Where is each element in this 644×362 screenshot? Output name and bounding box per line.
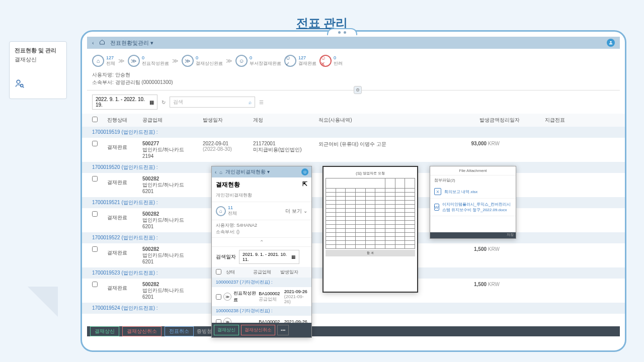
row-checkbox[interactable] xyxy=(92,141,98,146)
col-account: 계정 xyxy=(253,117,318,124)
document-preview[interactable]: (임) 영업자료 요청 합 계 xyxy=(323,166,418,293)
cell-amount: 93,000 KRW xyxy=(449,141,500,146)
popup-user-info: 사용자명: S4HANA2 소속부서: () xyxy=(212,220,311,238)
arrow-icon: ≫ xyxy=(118,57,125,64)
filter-label: 검색일자 xyxy=(216,253,236,260)
user-x-circle-icon: ☺✕ xyxy=(319,55,332,67)
search-icon: ⌕ xyxy=(249,100,252,105)
cell-vendor: 500282 법인카드/하나카드 6201 xyxy=(142,211,203,229)
row-checkbox[interactable] xyxy=(92,282,98,287)
user-avatar-icon[interactable] xyxy=(607,39,615,47)
popup-title: 결재현황 xyxy=(216,180,240,189)
col-cleardate: 정리일자 xyxy=(500,117,545,124)
cell-account: 21172001 미지급비용(법인법인) xyxy=(253,141,318,153)
wf-step-dept[interactable]: ☺ 0부서장결재완료 xyxy=(235,55,281,67)
user-check-circle-icon: ☺✓ xyxy=(284,55,296,67)
row-checkbox[interactable] xyxy=(92,246,98,252)
date-range-input[interactable]: 2022. 9. 1. - 2022. 10. 19. ▦ xyxy=(92,95,157,110)
popup-workflow: ⌂ 11전체 더 보기 ⌄ xyxy=(212,202,311,220)
more-link[interactable]: 더 보기 ⌄ xyxy=(285,208,307,215)
calendar-icon: ▦ xyxy=(149,100,154,105)
breadcrumb-dropdown[interactable]: 전표현황및관리 ▾ xyxy=(110,39,153,47)
filter-bar: 2022. 9. 1. - 2022. 10. 19. ▦ ↻ 검색 ⌕ ☰ xyxy=(82,90,625,114)
popup-date-input[interactable]: 2021. 9. 1. - 2021. 10. 11. ▦ xyxy=(239,250,299,264)
row-checkbox[interactable] xyxy=(92,211,98,217)
home-icon[interactable]: ⌂ xyxy=(219,169,222,175)
search-input[interactable]: 검색 ⌕ xyxy=(170,97,255,108)
wf-step-approved[interactable]: ☺✓ 127결재완료 xyxy=(284,55,316,67)
popup-cancel-button[interactable]: 결재상신취소 xyxy=(241,325,275,335)
popup-table-header: 상태 공급업체 발생일자 xyxy=(212,267,311,278)
cell-status: 결재완료 xyxy=(107,176,142,186)
select-all-checkbox[interactable] xyxy=(92,117,98,122)
forward-circle-icon: ≫ xyxy=(182,55,194,67)
arrow-icon: ≫ xyxy=(226,57,232,64)
settings-icon[interactable]: ⚙ xyxy=(354,86,362,94)
back-icon[interactable]: ‹ xyxy=(92,40,94,46)
doc-footer: 합 계 xyxy=(326,250,415,256)
divider: ⚙ xyxy=(87,90,620,90)
user-dept-label: 소속부서: 경영관리팀 (0000001300) xyxy=(92,78,615,86)
attachment-footer: 저장 xyxy=(430,232,516,238)
popup-breadcrumb[interactable]: 개인경비결재현황 ▾ xyxy=(225,168,270,175)
cell-vendor: 500282 법인카드/하나카드 6201 xyxy=(142,176,203,194)
forward-circle-icon: ≫ xyxy=(223,293,231,301)
approve-button[interactable]: 결재상신 xyxy=(90,326,119,336)
cancel-approve-button[interactable]: 결재상신취소 xyxy=(122,326,162,336)
refresh-icon[interactable]: ↻ xyxy=(162,100,166,105)
cell-status: 결재완료 xyxy=(107,246,142,256)
side-card-title: 전표현황 및 관리 xyxy=(15,47,61,54)
data-row[interactable]: 결재완료 500277 법인카드/하나카드 2194 2022-09-01 (2… xyxy=(82,138,625,162)
popup-more-button[interactable]: ••• xyxy=(277,325,289,335)
home-icon[interactable] xyxy=(99,39,105,46)
cell-status: 결재완료 xyxy=(107,282,142,292)
cell-date: 2022-09-01 (2022-08-30) xyxy=(203,141,253,152)
cell-vendor: 500282 법인카드/하나카드 6201 xyxy=(142,282,203,300)
svg-point-0 xyxy=(17,80,20,83)
toolbar: ‹ 전표현황및관리 ▾ xyxy=(87,37,620,49)
wf-step-draft[interactable]: ≫ 0전표작성완료 xyxy=(128,55,169,67)
cell-vendor: 500277 법인카드/하나카드 2194 xyxy=(142,141,203,159)
popup-subtitle: 개인경비결재현황 xyxy=(212,192,311,202)
voucher-cancel-button[interactable]: 전표취소 xyxy=(165,326,194,336)
attachment-filename: 회의보고 내역.xlsx xyxy=(444,189,477,195)
attachment-item[interactable]: W 이지미인템플러시_루믹스_컨버전리시스템 유지보수비 청구_2022.09.… xyxy=(430,199,516,216)
popup-select-all[interactable] xyxy=(216,269,221,275)
cell-status: 결재완료 xyxy=(107,141,142,151)
popup-row[interactable]: ≫ 전표작성완료 BA100002공급업체 2021-09-26(2021-09… xyxy=(212,287,311,306)
wf-step-all[interactable]: ⌂ 127전체 xyxy=(92,55,115,67)
attachment-title: File Attachment xyxy=(430,166,516,175)
col-memo: 적요(사용내역) xyxy=(318,117,449,124)
popup-col-date: 발생일자 xyxy=(280,269,307,276)
calendar-icon: ▦ xyxy=(291,254,296,259)
user-name-label: 사용자명: 안승현 xyxy=(92,71,615,78)
popup-group[interactable]: 100000237 (기타경비전표) : xyxy=(212,278,311,287)
svg-point-2 xyxy=(610,41,611,43)
popup-approve-button[interactable]: 결재상신 xyxy=(214,325,239,335)
row-checkbox[interactable] xyxy=(92,176,98,182)
doc-preview-table xyxy=(326,178,415,249)
wf-step-rejected[interactable]: ☺✕ 0반려 xyxy=(319,55,343,67)
popup-row-checkbox[interactable] xyxy=(216,294,221,300)
filter-icon[interactable]: ☰ xyxy=(259,100,264,105)
col-status: 진행상태 xyxy=(107,117,142,124)
wf-step-submit[interactable]: ≫ 0결재상신완료 xyxy=(182,55,223,67)
group-row[interactable]: 1700019524 (법인카드전표) : xyxy=(82,303,625,314)
popup-action-bar: 결재상신 결재상신취소 ••• xyxy=(212,323,311,337)
cell-memo: 외근여비 (유류대) 이명수 고문 xyxy=(318,141,449,148)
doc-title: (임) 영업자료 요청 xyxy=(326,171,415,176)
decorative-triangle xyxy=(28,287,58,317)
group-row[interactable]: 1700019519 (법인카드전표) : xyxy=(82,127,625,138)
arrow-icon: ≫ xyxy=(172,57,179,64)
side-card-sub: 결재상신 xyxy=(15,56,61,63)
export-icon[interactable]: ⇱ xyxy=(302,180,307,189)
user-avatar-icon[interactable]: ☺ xyxy=(301,168,308,175)
attachment-item[interactable]: X 회의보고 내역.xlsx xyxy=(430,185,516,199)
popup-group[interactable]: 100000238 (기타경비전표) : xyxy=(212,306,311,316)
col-amount: 발생금액 xyxy=(449,117,500,124)
back-icon[interactable]: ‹ xyxy=(215,169,216,175)
collapse-icon[interactable]: ⌃ xyxy=(212,238,311,247)
user-circle-icon: ☺ xyxy=(235,55,248,67)
popup-toolbar: ‹ ⌂ 개인경비결재현황 ▾ ☺ xyxy=(212,166,311,177)
attachment-count: 첨부파일(2) xyxy=(430,175,516,185)
